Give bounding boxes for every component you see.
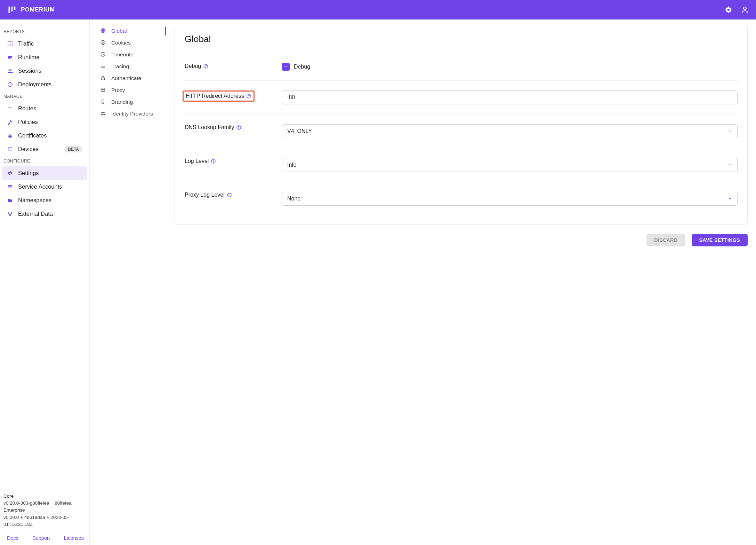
svg-point-26 <box>101 112 103 113</box>
subnav-item-label: Global <box>111 28 127 34</box>
svg-point-38 <box>229 196 230 196</box>
save-button[interactable]: SAVE SETTINGS <box>692 234 748 246</box>
svg-point-29 <box>206 67 206 68</box>
sidebar-item-external-data[interactable]: External Data <box>2 207 87 221</box>
svg-point-15 <box>10 215 11 216</box>
sidebar-item-devices[interactable]: DevicesBETA <box>2 142 87 156</box>
sidebar-item-sessions[interactable]: Sessions <box>2 64 87 78</box>
data-icon <box>7 211 13 217</box>
settings-subnav: GlobalCookiesTimeoutsTracingAuthenticate… <box>90 19 166 545</box>
svg-point-32 <box>249 97 249 97</box>
sidebar-item-deployments[interactable]: Deployments <box>2 78 87 91</box>
help-icon[interactable] <box>246 94 251 99</box>
content-area: Global Debug Deb <box>166 19 756 545</box>
discard-button[interactable]: DISCARD <box>646 234 685 246</box>
help-icon[interactable] <box>211 159 216 164</box>
sidebar-item-service-accounts[interactable]: Service Accounts <box>2 180 87 193</box>
dns-select[interactable]: V4_ONLY <box>282 124 738 138</box>
svg-point-19 <box>103 43 104 43</box>
subnav-item-branding[interactable]: Branding <box>97 96 163 108</box>
log-level-select[interactable]: Info <box>282 158 738 172</box>
sidebar-item-label: Devices <box>18 146 39 152</box>
subnav-item-tracing[interactable]: Tracing <box>97 61 163 72</box>
sidebar-item-policies[interactable]: Policies <box>2 115 87 129</box>
log-level-value: Info <box>287 162 297 168</box>
help-icon[interactable] <box>227 192 232 198</box>
sidebar-item-runtime[interactable]: Runtime <box>2 50 87 64</box>
app-header: POMERIUM <box>0 0 756 19</box>
sidebar-item-label: Sessions <box>18 68 41 74</box>
subnav-item-authenticate[interactable]: Authenticate <box>97 72 163 84</box>
svg-point-6 <box>10 69 12 71</box>
cookie-icon <box>100 40 106 46</box>
debug-checkbox[interactable] <box>282 63 290 71</box>
log-level-row: Log Level Info <box>185 148 738 182</box>
help-icon[interactable] <box>236 125 241 130</box>
svg-point-34 <box>239 128 239 129</box>
gear-icon[interactable] <box>725 6 732 14</box>
sidebar-item-label: Traffic <box>18 40 34 47</box>
dns-label: DNS Lookup Family <box>185 124 234 131</box>
history-icon <box>7 81 13 88</box>
footer-support-link[interactable]: Support <box>32 535 50 541</box>
chevron-down-icon <box>727 129 732 134</box>
enterprise-version-value: v0.20.0 + 4b619daa + 2023-05-01T16:21:18… <box>3 514 86 528</box>
clock-icon <box>100 52 106 58</box>
svg-rect-11 <box>8 186 12 187</box>
action-bar: DISCARD SAVE SETTINGS <box>175 225 748 246</box>
footer-licenses-link[interactable]: Licenses <box>64 535 84 541</box>
svg-rect-4 <box>8 58 11 59</box>
sidebar-item-namespaces[interactable]: Namespaces <box>2 193 87 207</box>
lock-icon <box>7 133 13 139</box>
lock-open-icon <box>100 75 106 81</box>
subnav-item-timeouts[interactable]: Timeouts <box>97 49 163 61</box>
sidebar-item-traffic[interactable]: Traffic <box>2 37 87 50</box>
svg-rect-24 <box>101 90 105 92</box>
svg-point-18 <box>102 42 102 42</box>
subnav-item-label: Proxy <box>111 87 125 93</box>
sidebar-section-title: REPORTS <box>0 26 89 37</box>
laptop-icon <box>7 146 13 152</box>
proxy-log-level-row: Proxy Log Level None <box>185 182 738 215</box>
footer-docs-link[interactable]: Docs <box>7 535 18 541</box>
subnav-item-idp[interactable]: Identity Providers <box>97 108 163 120</box>
sidebar-item-label: Settings <box>18 170 39 176</box>
bars-icon <box>7 54 13 61</box>
svg-point-5 <box>8 69 10 71</box>
subnav-item-global[interactable]: Global <box>97 25 163 37</box>
subnav-item-label: Timeouts <box>111 52 133 58</box>
folder-icon <box>7 197 13 204</box>
chart-box-icon <box>7 41 13 47</box>
debug-checkbox-label: Debug <box>294 64 310 70</box>
help-icon[interactable] <box>203 64 208 69</box>
footer-links: Docs Support Licenses <box>0 531 89 545</box>
sidebar-section-title: CONFIGURE <box>0 156 89 166</box>
log-level-label: Log Level <box>185 158 209 164</box>
sidebar-item-settings[interactable]: Settings <box>2 166 87 180</box>
svg-point-27 <box>103 112 105 113</box>
subnav-item-cookies[interactable]: Cookies <box>97 37 163 49</box>
sidebar-item-routes[interactable]: HTTPRoutes <box>2 102 87 115</box>
svg-rect-9 <box>8 148 12 150</box>
http-redirect-input[interactable] <box>282 90 738 104</box>
globe-icon <box>100 28 106 34</box>
gavel-icon <box>7 119 13 125</box>
sidebar-item-label: Policies <box>18 119 38 125</box>
svg-point-17 <box>101 40 105 45</box>
svg-rect-22 <box>101 78 104 80</box>
proxy-log-level-select[interactable]: None <box>282 192 738 206</box>
svg-point-13 <box>8 213 9 214</box>
sidebar-item-label: Runtime <box>18 54 39 61</box>
svg-rect-30 <box>284 66 287 67</box>
proxy-log-level-value: None <box>287 196 300 202</box>
svg-point-20 <box>102 43 103 43</box>
subnav-item-label: Cookies <box>111 40 131 46</box>
svg-point-14 <box>11 213 12 214</box>
subnav-item-proxy[interactable]: Proxy <box>97 84 163 96</box>
subnav-item-label: Authenticate <box>111 75 141 81</box>
user-icon[interactable] <box>741 6 749 14</box>
settings-card: Global Debug Deb <box>175 26 748 225</box>
svg-rect-3 <box>8 57 12 58</box>
gear-icon <box>7 170 13 176</box>
sidebar-item-certificates[interactable]: Certificates <box>2 129 87 142</box>
